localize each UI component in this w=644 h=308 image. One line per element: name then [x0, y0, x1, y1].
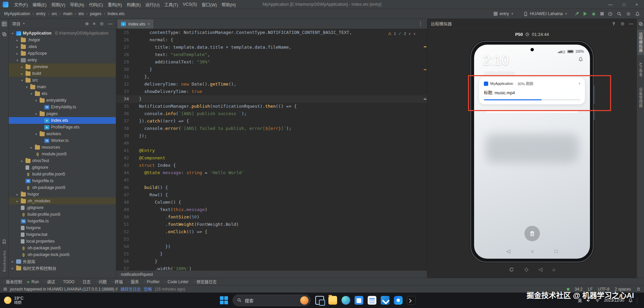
- prev-problem-icon[interactable]: ∧: [408, 32, 411, 36]
- bing-daily-icon[interactable]: [300, 296, 309, 305]
- line-number[interactable]: 52: [116, 228, 134, 236]
- tree-toggle-icon[interactable]: ▸: [15, 38, 19, 42]
- location-diamond-icon[interactable]: ◇: [524, 266, 528, 272]
- caret-stripe-mark[interactable]: [424, 99, 426, 100]
- code-line[interactable]: }: [134, 66, 427, 73]
- tree-item[interactable]: {}oh-package.json5: [9, 245, 116, 251]
- project-panel-title[interactable]: 项目: [12, 20, 20, 27]
- vscode-icon[interactable]: [381, 296, 389, 305]
- menu-item[interactable]: 代码(C): [87, 0, 105, 9]
- line-number[interactable]: 38: [116, 125, 134, 132]
- tree-item[interactable]: ▸oh_modules: [9, 198, 116, 204]
- toolwindow-button[interactable]: ▫服务: [128, 279, 139, 285]
- tree-item[interactable]: ▾ets: [9, 90, 116, 97]
- maximize-window-button[interactable]: □: [623, 2, 626, 7]
- breadcrumb-item[interactable]: pages: [90, 11, 101, 16]
- tree-item[interactable]: TSEntryAbility.ts: [9, 104, 116, 110]
- project-tool-icon[interactable]: [1, 21, 7, 27]
- code-line[interactable]: }): [134, 243, 427, 250]
- code-line[interactable]: }: [134, 95, 427, 103]
- show-desktop-divider[interactable]: [637, 297, 637, 304]
- pin-icon[interactable]: [611, 21, 616, 26]
- right-strip-tab[interactable]: API参考: [637, 60, 644, 80]
- tree-item[interactable]: ▾pages: [9, 110, 116, 117]
- code-line[interactable]: @Component: [134, 154, 427, 162]
- code-line[interactable]: normal: {: [134, 36, 427, 44]
- tree-item[interactable]: eProfilePage.ets: [9, 124, 116, 131]
- code-line[interactable]: struct Index {: [134, 162, 427, 169]
- line-number[interactable]: 46: [116, 184, 134, 191]
- menu-item[interactable]: 重构(R): [105, 0, 124, 9]
- line-number[interactable]: 26: [116, 36, 134, 44]
- toolwindow-button[interactable]: ▫预览器日志: [194, 279, 217, 285]
- line-number[interactable]: 56: [116, 258, 134, 265]
- tree-item[interactable]: .gitignore: [9, 204, 116, 211]
- hide-panel-icon[interactable]: —: [629, 21, 633, 26]
- code-line[interactable]: Column() {: [134, 199, 427, 206]
- line-number[interactable]: 42: [116, 154, 134, 162]
- tree-toggle-icon[interactable]: ▸: [11, 266, 14, 270]
- toolwindow-button[interactable]: ▫调试: [44, 279, 55, 285]
- code-line[interactable]: title: template.data.title + template.da…: [134, 44, 427, 51]
- tree-item[interactable]: ▸ohosTest: [9, 157, 116, 164]
- line-number[interactable]: 53: [116, 236, 134, 243]
- taskbar-weather-widget[interactable]: 19°C 晴朗: [4, 296, 24, 305]
- close-tab-icon[interactable]: ×: [148, 22, 150, 27]
- panel-settings-gear-icon[interactable]: [99, 21, 104, 26]
- tree-toggle-icon[interactable]: ▸: [20, 159, 24, 163]
- line-number[interactable]: 57: [116, 265, 134, 270]
- bookmarks-tab[interactable]: Bookmarks: [2, 248, 7, 274]
- editor-scrollbar[interactable]: [423, 29, 427, 270]
- tree-item[interactable]: ▾workers: [9, 131, 116, 137]
- notification-bell-icon[interactable]: [578, 57, 583, 62]
- code-line[interactable]: deliveryTime: new Date().getTime(),: [134, 81, 427, 88]
- menu-item[interactable]: 窗口(W): [199, 0, 219, 9]
- tree-item[interactable]: TShvigorfile.ts: [9, 177, 116, 184]
- line-number[interactable]: 34: [116, 95, 134, 103]
- tree-toggle-icon[interactable]: ▾: [20, 79, 24, 82]
- tree-item[interactable]: hvigorw: [9, 224, 116, 231]
- editor-tab[interactable]: e Index.ets ×: [118, 19, 153, 29]
- line-number[interactable]: 43: [116, 162, 134, 169]
- line-number[interactable]: 51: [116, 221, 134, 228]
- inspections-widget[interactable]: ⚠ 1 ✓ 2 ∧ ∨: [385, 31, 418, 37]
- stop-button[interactable]: [600, 12, 604, 15]
- tree-toggle-icon[interactable]: ▸: [15, 52, 19, 55]
- deveco-icon[interactable]: [394, 296, 403, 305]
- lock-icon[interactable]: [636, 287, 641, 291]
- line-number[interactable]: 29: [116, 58, 134, 66]
- tree-toggle-icon[interactable]: ▾: [15, 58, 19, 62]
- docs-icon[interactable]: [368, 296, 376, 305]
- minimize-window-button[interactable]: —: [608, 2, 613, 7]
- tree-item[interactable]: ▸hvigor: [9, 191, 116, 198]
- menu-item[interactable]: 工具(T): [162, 0, 180, 9]
- code-line[interactable]: }: [134, 250, 427, 258]
- profiler-clock-icon[interactable]: [608, 11, 613, 16]
- tree-toggle-icon[interactable]: ▸: [15, 45, 19, 49]
- line-number[interactable]: 44: [116, 169, 134, 176]
- emulator-home-icon[interactable]: ○: [552, 267, 555, 272]
- menu-item[interactable]: 文件(F): [12, 0, 30, 9]
- tree-item[interactable]: {}module.json5: [9, 151, 116, 157]
- search-everywhere-icon[interactable]: [617, 11, 622, 16]
- layers-icon[interactable]: [638, 21, 644, 27]
- toolwindow-switcher-icon[interactable]: ⊞: [3, 287, 7, 292]
- menu-item[interactable]: 运行(U): [143, 0, 162, 9]
- tree-toggle-icon[interactable]: ▸: [15, 199, 19, 203]
- breadcrumb-item[interactable]: entry: [36, 11, 46, 16]
- code-editor[interactable]: 25 contentType: NotificationManager.Cont…: [116, 29, 427, 270]
- goto-log-link[interactable]: 跳转至日志: [121, 286, 141, 292]
- right-strip-tab[interactable]: 设备管理器: [637, 85, 644, 110]
- tree-toggle-icon[interactable]: ▸: [30, 146, 33, 149]
- tree-item[interactable]: eIndex.ets: [9, 117, 116, 124]
- tree-item[interactable]: ▾entryability: [9, 97, 116, 104]
- next-problem-icon[interactable]: ∨: [413, 32, 416, 36]
- tree-item[interactable]: local.properties: [9, 238, 116, 245]
- tree-item[interactable]: .gitignore: [9, 164, 116, 171]
- tree-toggle-icon[interactable]: ▸: [11, 260, 14, 263]
- tree-toggle-icon[interactable]: ▾: [30, 92, 33, 96]
- store-icon[interactable]: [355, 296, 363, 305]
- code-line[interactable]: .fontWeight(FontWeight.Bold): [134, 221, 427, 228]
- tree-item[interactable]: ▸resources: [9, 144, 116, 151]
- line-number[interactable]: 49: [116, 206, 134, 213]
